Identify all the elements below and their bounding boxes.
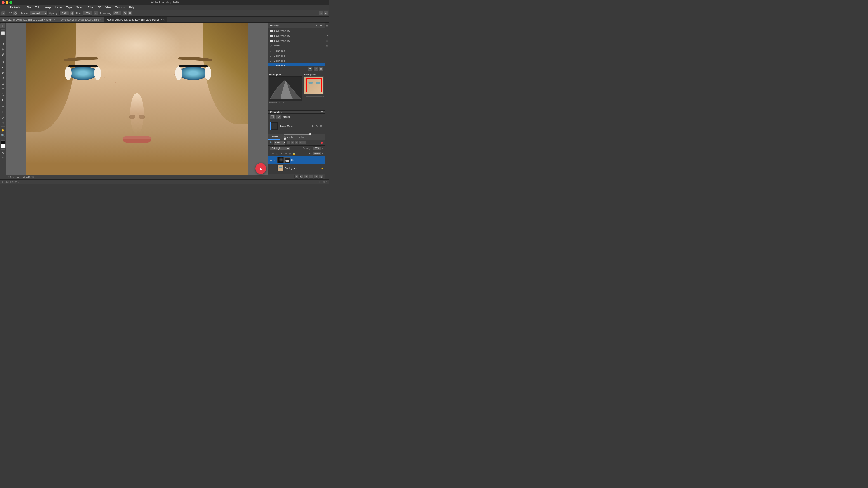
- path-select-tool[interactable]: ▷: [0, 115, 5, 120]
- flow-jitter-icon[interactable]: ≈: [94, 11, 98, 15]
- properties-menu-icon[interactable]: ☰: [321, 111, 323, 113]
- lock-artboard-icon[interactable]: ⊞: [288, 152, 291, 155]
- brush-size-icon[interactable]: ◎: [13, 11, 18, 15]
- masks-tab-label[interactable]: Masks: [283, 116, 290, 118]
- history-item-1[interactable]: ⬜ Layer Visibility: [268, 33, 324, 38]
- menu-3d[interactable]: 3D: [96, 5, 103, 9]
- watermark-badge[interactable]: ▲: [255, 163, 266, 174]
- filter-toggle[interactable]: [320, 141, 323, 144]
- menu-photoshop[interactable]: Photoshop: [8, 5, 24, 9]
- healing-brush-tool[interactable]: ⊛: [0, 59, 5, 64]
- lock-paint-icon[interactable]: 🖌: [280, 152, 283, 155]
- layer-new-btn[interactable]: +: [314, 175, 318, 179]
- cloud-icon[interactable]: ☁: [324, 11, 328, 15]
- lasso-tool[interactable]: ⌒: [0, 36, 5, 41]
- history-panel-header[interactable]: History ▸ ☰: [268, 23, 324, 29]
- eraser-tool[interactable]: ◻: [0, 81, 5, 86]
- layers-tab-layers[interactable]: Layers: [268, 134, 280, 140]
- crop-tool[interactable]: ⊕: [0, 47, 5, 52]
- opacity-input[interactable]: [59, 11, 69, 15]
- tab-nat001-close[interactable]: ✕: [54, 19, 56, 21]
- color-icon-btn[interactable]: ◑: [325, 33, 329, 37]
- smoothing-options-icon[interactable]: ⚙: [123, 11, 127, 15]
- symmetry-icon[interactable]: ⊞: [128, 11, 132, 15]
- hand-tool[interactable]: ✋: [0, 127, 5, 132]
- menu-edit[interactable]: Edit: [33, 5, 41, 9]
- menu-type[interactable]: Type: [64, 5, 74, 9]
- close-button[interactable]: [2, 1, 4, 4]
- zoom-tool[interactable]: 🔍: [0, 133, 5, 138]
- layer-adj-btn[interactable]: ⊕: [304, 175, 308, 179]
- feather-slider[interactable]: [284, 139, 313, 139]
- share-icon[interactable]: ↗: [319, 11, 323, 15]
- smoothing-input[interactable]: [113, 11, 121, 15]
- maximize-button[interactable]: [9, 1, 12, 4]
- opacity-input-layers[interactable]: [313, 147, 321, 151]
- filter-smart-icon[interactable]: ◇: [303, 141, 306, 144]
- minimize-button[interactable]: [6, 1, 8, 4]
- menu-window[interactable]: Window: [114, 5, 127, 9]
- history-expand-icon[interactable]: ▸: [315, 24, 318, 27]
- canvas-area[interactable]: 200% Doc: 9.22M/10.8M ▲: [6, 23, 268, 180]
- density-slider[interactable]: [284, 134, 311, 135]
- quick-mask-mode[interactable]: ⊙: [0, 151, 5, 156]
- tab-lucy-close[interactable]: ✕: [100, 19, 102, 21]
- lock-position-icon[interactable]: ✛: [284, 152, 287, 155]
- tab-portrait-close[interactable]: ✕: [163, 19, 165, 21]
- info-icon-btn[interactable]: ℹ: [325, 29, 329, 32]
- menu-select[interactable]: Select: [74, 5, 86, 9]
- props-mask-icon[interactable]: [276, 115, 281, 119]
- tab-nat001[interactable]: nat-001.tif @ 100% (Eye Brighten, Layer …: [0, 17, 58, 22]
- filter-kind-select[interactable]: Kind: [273, 141, 286, 145]
- layer-group-btn[interactable]: □: [309, 175, 313, 179]
- blend-mode-select[interactable]: Soft Light: [270, 147, 290, 151]
- menu-filter[interactable]: Filter: [86, 5, 96, 9]
- tool-preset-picker[interactable]: 🖌: [1, 11, 5, 15]
- marquee-tool[interactable]: ⬜: [0, 31, 5, 35]
- history-delete-btn[interactable]: 🗑: [319, 67, 323, 71]
- tab-portrait[interactable]: Natural Light Portrait.jpg @ 200% (iris,…: [104, 17, 167, 22]
- layer-item-background[interactable]: 👁 Background 🔒: [268, 164, 324, 172]
- menu-image[interactable]: Image: [42, 5, 53, 9]
- iris-link-icon[interactable]: ⊞: [274, 159, 277, 162]
- dodge-tool[interactable]: ◐: [0, 97, 5, 102]
- layer-delete-btn[interactable]: 🗑: [319, 175, 323, 179]
- quick-select-tool[interactable]: ⊙: [0, 41, 5, 46]
- nav-zoom-in[interactable]: +: [322, 95, 324, 98]
- tab-lucy[interactable]: lucy&jasper.tif @ 200% (Eye, RGB/8*) ✕: [58, 17, 104, 22]
- opacity-dropdown-icon[interactable]: ▾: [322, 147, 323, 150]
- filter-adj-icon[interactable]: A: [291, 141, 294, 144]
- filter-shape-icon[interactable]: S: [299, 141, 302, 144]
- history-item-4[interactable]: 🖌 Brush Tool: [268, 48, 324, 53]
- history-item-6[interactable]: 🖌 Brush Tool: [268, 58, 324, 63]
- layer-mask-add-btn[interactable]: ◐: [299, 175, 303, 179]
- fill-input[interactable]: [313, 152, 321, 156]
- hist-icon-btn[interactable]: ▦: [325, 24, 329, 27]
- eyedropper-tool[interactable]: 🖉: [0, 52, 5, 57]
- history-item-5[interactable]: 🖌 Brush Tool: [268, 53, 324, 58]
- blur-tool[interactable]: ◌: [0, 92, 5, 97]
- lock-all-icon[interactable]: 🔒: [292, 152, 296, 155]
- history-new-doc-btn[interactable]: ↩: [313, 67, 318, 71]
- props-pixel-icon[interactable]: [270, 115, 275, 119]
- type-tool[interactable]: T: [0, 109, 5, 115]
- window-controls[interactable]: [2, 1, 12, 4]
- nav-zoom-out[interactable]: –: [304, 95, 306, 98]
- gradient-tool[interactable]: ▤: [0, 86, 5, 91]
- history-menu-icon[interactable]: ☰: [319, 24, 323, 27]
- fill-dropdown-icon[interactable]: ▾: [322, 152, 323, 155]
- shape-tool[interactable]: ◻: [0, 121, 5, 125]
- iris-visibility-toggle[interactable]: 👁: [269, 158, 273, 162]
- move-tool[interactable]: ✛: [0, 24, 5, 29]
- nav-zoom-slider[interactable]: [306, 96, 322, 97]
- mask-delete-icon[interactable]: 🗑: [319, 124, 323, 128]
- screen-mode[interactable]: ⬚: [0, 156, 5, 161]
- background-color[interactable]: [1, 144, 6, 149]
- mask-settings-icon[interactable]: ⚙: [315, 124, 318, 128]
- filter-pixel-icon[interactable]: P: [287, 141, 290, 144]
- filter-type-icon[interactable]: T: [295, 141, 298, 144]
- mode-select[interactable]: Normal: [30, 11, 48, 15]
- menu-layer[interactable]: Layer: [54, 5, 64, 9]
- history-brush-tool[interactable]: ↺: [0, 75, 5, 80]
- history-item-2[interactable]: ⬜ Layer Visibility: [268, 38, 324, 43]
